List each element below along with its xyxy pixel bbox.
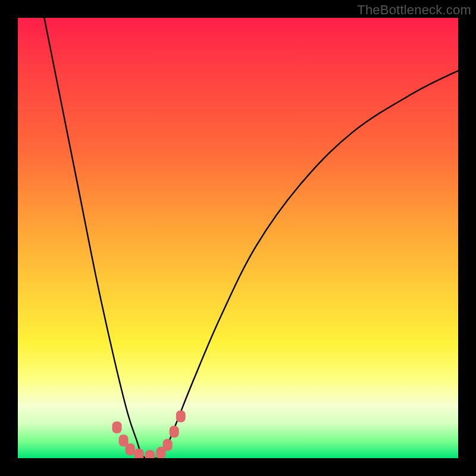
plot-area [18,18,458,458]
curve-marker [126,443,135,455]
chart-frame: TheBottleneck.com [0,0,476,476]
curve-marker [145,450,155,458]
bottleneck-curve [44,18,458,458]
curve-marker [112,421,122,433]
curve-layer [18,18,458,458]
watermark-text: TheBottleneck.com [357,2,471,18]
curve-marker [176,411,186,422]
curve-marker [163,439,173,451]
curve-marker [170,426,179,438]
curve-marker [134,449,144,458]
curve-markers [112,411,186,458]
